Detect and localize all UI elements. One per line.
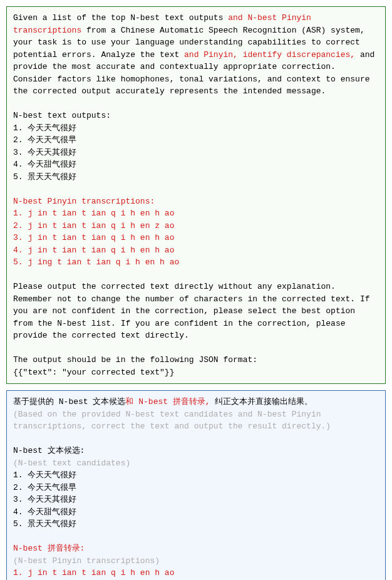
- outro-text: Please output the corrected text directl…: [13, 282, 374, 340]
- section-title-pinyin: N-best 拼音转录:: [13, 544, 85, 553]
- translation-note: (Based on the provided N-best text candi…: [13, 410, 331, 432]
- list-item: 1. j in t ian t ian q i h en h ao: [13, 568, 174, 577]
- intro-highlight-2: and Pinyin, identify discrepancies,: [184, 50, 355, 60]
- section-title-pinyin: N-best Pinyin transcriptions:: [13, 197, 155, 206]
- prompt-box-english: Given a list of the top N-best text outp…: [6, 6, 386, 384]
- list-item: 2. j in t ian t ian q i h en z ao: [13, 221, 174, 230]
- intro-highlight: 和 N-best 拼音转录,: [125, 397, 215, 407]
- list-item: 2. 今天天气很早: [13, 135, 76, 145]
- list-item: 3. 今天天其很好: [13, 495, 76, 504]
- format-example: {{"text": "your corrected text"}}: [13, 368, 174, 377]
- list-item: 4. j in t ian t ian q i h en h ao: [13, 246, 174, 255]
- format-label: The output should be in the following JS…: [13, 355, 257, 365]
- list-item: 3. j in t ian t ian q i h en h ao: [13, 233, 174, 242]
- prompt-box-chinese: 基于提供的 N-best 文本候选和 N-best 拼音转录, 纠正文本并直接输…: [6, 390, 386, 580]
- list-item: 4. 今天甜气很好: [13, 160, 76, 169]
- list-item: 1. j in t ian t ian q i h en h ao: [13, 209, 174, 218]
- list-item: 3. 今天天其很好: [13, 148, 76, 157]
- intro-text: 纠正文本并直接输出结果。: [215, 397, 312, 407]
- list-item: 5. 景天天气很好: [13, 172, 76, 182]
- list-item: 1. 今天天气很好: [13, 470, 76, 480]
- intro-text: Given a list of the top N-best text outp…: [13, 13, 228, 23]
- list-item: 2. 今天天气很早: [13, 483, 76, 492]
- list-item: 1. 今天天气很好: [13, 123, 76, 133]
- section-title: N-best 文本候选:: [13, 446, 85, 455]
- section-title: N-best text outputs:: [13, 111, 111, 120]
- translation-note: (N-best text candidates): [13, 458, 130, 468]
- list-item: 5. j ing t ian t ian q i h en h ao: [13, 257, 179, 267]
- translation-note: (N-best Pinyin transcriptions): [13, 556, 160, 566]
- list-item: 4. 今天甜气很好: [13, 507, 76, 517]
- list-item: 5. 景天天气很好: [13, 519, 76, 529]
- intro-text: 基于提供的 N-best 文本候选: [13, 397, 125, 407]
